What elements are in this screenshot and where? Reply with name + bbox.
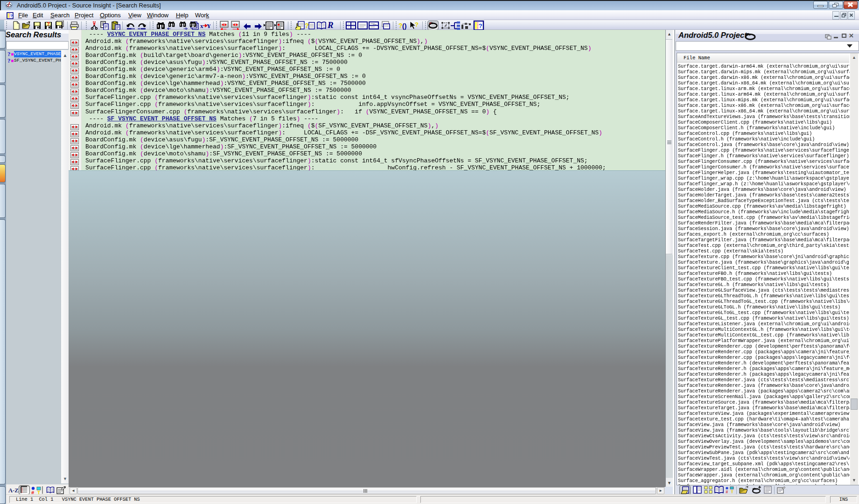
svg-text:R: R — [327, 21, 334, 30]
svg-text:(): () — [402, 22, 406, 30]
svg-text:?: ? — [10, 13, 13, 18]
svg-text:x: x — [200, 22, 203, 29]
svg-text:?: ? — [305, 21, 309, 29]
svg-text:?: ? — [415, 21, 419, 28]
svg-text:Y: Y — [207, 22, 210, 29]
svg-text:?: ? — [47, 21, 49, 27]
svg-text:T: T — [731, 490, 733, 494]
svg-text:#: # — [726, 490, 728, 494]
svg-text:?: ? — [479, 22, 482, 29]
